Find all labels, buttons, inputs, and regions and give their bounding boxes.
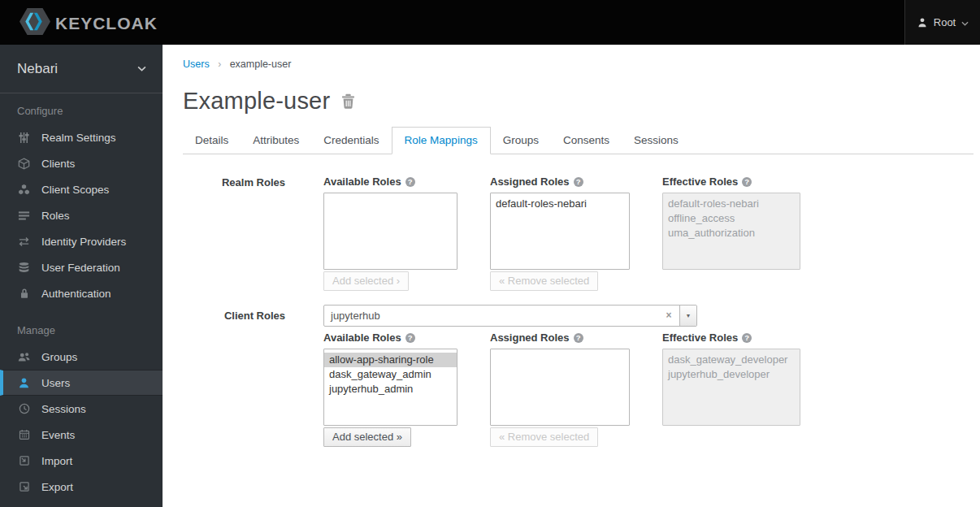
page-title: Example-user [183, 88, 330, 115]
help-icon[interactable]: ? [574, 177, 583, 187]
tab-role-mappings[interactable]: Role Mappings [392, 127, 491, 154]
manage-section: Manage Groups Users Sessions [0, 324, 163, 500]
sidebar-item-identity-providers[interactable]: Identity Providers [0, 228, 163, 254]
dropdown-toggle-icon[interactable]: ▼ [679, 306, 696, 326]
available-roles-label-text: Available Roles [323, 332, 401, 344]
realm-remove-selected-button[interactable]: « Remove selected [490, 271, 598, 291]
effective-roles-label-text: Effective Roles [662, 332, 738, 344]
sidebar-item-events[interactable]: Events [0, 422, 163, 448]
main-content: Users › example-user Example-user Detail… [163, 45, 980, 507]
tab-details[interactable]: Details [183, 128, 241, 154]
chevron-down-icon [137, 66, 146, 72]
assigned-roles-label: Assigned Roles? [490, 176, 630, 188]
effective-roles-label: Effective Roles? [662, 332, 800, 344]
title-row: Example-user [183, 88, 980, 115]
tab-consents[interactable]: Consents [551, 128, 622, 154]
export-icon [17, 481, 31, 492]
sidebar-item-clients[interactable]: Clients [0, 150, 163, 176]
sidebar-item-sessions[interactable]: Sessions [0, 396, 163, 422]
effective-roles-label-text: Effective Roles [662, 176, 738, 188]
help-icon[interactable]: ? [574, 333, 583, 343]
realm-selector[interactable]: Nebari [0, 45, 163, 93]
clock-icon [17, 403, 31, 414]
role-option[interactable]: default-roles-nebari [491, 197, 629, 211]
tab-attributes[interactable]: Attributes [241, 128, 311, 154]
client-assigned-roles-listbox[interactable] [490, 349, 630, 426]
tab-credentials[interactable]: Credentials [311, 128, 391, 154]
calendar-icon [17, 429, 31, 440]
sidebar-item-label: User Federation [41, 262, 120, 274]
sliders-icon [17, 132, 31, 144]
client-remove-selected-button[interactable]: « Remove selected [490, 427, 598, 447]
help-icon[interactable]: ? [742, 333, 752, 343]
sidebar-item-label: Roles [41, 210, 70, 222]
tab-sessions[interactable]: Sessions [622, 128, 691, 154]
user-icon [17, 377, 31, 389]
realm-available-roles-listbox[interactable] [323, 193, 457, 270]
users-icon [17, 351, 31, 363]
sidebar-item-realm-settings[interactable]: Realm Settings [0, 124, 163, 150]
role-option: jupyterhub_developer [663, 367, 800, 382]
sidebar-item-label: Groups [41, 351, 77, 363]
sidebar-item-export[interactable]: Export [0, 474, 163, 500]
available-roles-label: Available Roles? [323, 332, 457, 344]
database-icon [17, 262, 31, 274]
sidebar-item-label: Import [41, 455, 72, 467]
effective-roles-label: Effective Roles? [662, 176, 800, 188]
realm-name: Nebari [17, 61, 58, 77]
breadcrumb: Users › example-user [163, 45, 980, 70]
sidebar-item-users[interactable]: Users [0, 370, 163, 396]
client-add-selected-button[interactable]: Add selected » [323, 427, 411, 447]
clear-selection-icon[interactable]: × [658, 306, 679, 326]
breadcrumb-separator-icon: › [218, 58, 221, 70]
client-roles-select[interactable]: jupyterhub × ▼ [323, 305, 697, 327]
role-option[interactable]: jupyterhub_admin [324, 382, 457, 396]
tab-groups[interactable]: Groups [491, 128, 551, 154]
exchange-icon [17, 236, 31, 248]
help-icon[interactable]: ? [405, 177, 415, 187]
role-option: default-roles-nebari [663, 197, 800, 211]
realm-add-selected-button[interactable]: Add selected › [323, 271, 409, 291]
available-roles-label-text: Available Roles [323, 176, 401, 188]
role-option[interactable]: dask_gateway_admin [324, 367, 457, 382]
client-roles-row-spacer [183, 332, 285, 332]
assigned-roles-label-text: Assigned Roles [490, 176, 570, 188]
keycloak-hexagon-icon [20, 8, 50, 38]
keycloak-logo[interactable]: KEYCLOAK [20, 8, 158, 38]
breadcrumb-link-users[interactable]: Users [183, 58, 210, 70]
available-roles-label: Available Roles? [323, 176, 457, 188]
client-effective-roles-listbox: dask_gateway_developer jupyterhub_develo… [662, 349, 800, 426]
sidebar-item-groups[interactable]: Groups [0, 344, 163, 370]
lock-icon [17, 288, 31, 299]
client-available-roles-listbox[interactable]: allow-app-sharing-role dask_gateway_admi… [323, 349, 457, 426]
help-icon[interactable]: ? [742, 177, 752, 187]
sidebar-item-import[interactable]: Import [0, 448, 163, 474]
sidebar-item-authentication[interactable]: Authentication [0, 280, 163, 306]
role-mappings-form: Realm Roles Available Roles? Add selecte… [183, 176, 980, 447]
sidebar-item-label: Identity Providers [41, 236, 126, 248]
assigned-roles-label: Assigned Roles? [490, 332, 630, 344]
realm-assigned-roles-listbox[interactable]: default-roles-nebari [490, 193, 630, 270]
cubes-icon [17, 184, 31, 196]
sidebar-item-label: Export [41, 481, 73, 493]
sidebar-item-client-scopes[interactable]: Client Scopes [0, 176, 163, 202]
keycloak-admin-console: KEYCLOAK Root Nebari Configure [0, 0, 980, 507]
sidebar: Nebari Configure Realm Settings Clients [0, 45, 163, 507]
sidebar-item-label: Events [41, 429, 75, 441]
configure-section: Configure Realm Settings Clients Client … [0, 105, 163, 306]
breadcrumb-current: example-user [230, 58, 292, 70]
section-label-manage: Manage [17, 324, 163, 336]
client-roles-select-row: Client Roles jupyterhub × ▼ [183, 305, 980, 327]
cube-icon [17, 158, 31, 170]
help-icon[interactable]: ? [405, 333, 415, 343]
sidebar-item-user-federation[interactable]: User Federation [0, 254, 163, 280]
tab-bar: Details Attributes Credentials Role Mapp… [183, 127, 973, 154]
role-option: uma_authorization [663, 226, 800, 240]
user-menu[interactable]: Root [904, 0, 980, 45]
role-option: dask_gateway_developer [663, 353, 800, 367]
sidebar-item-roles[interactable]: Roles [0, 202, 163, 228]
section-label-configure: Configure [17, 105, 163, 117]
import-icon [17, 455, 31, 466]
delete-user-icon[interactable] [341, 93, 355, 109]
role-option[interactable]: allow-app-sharing-role [324, 353, 457, 367]
